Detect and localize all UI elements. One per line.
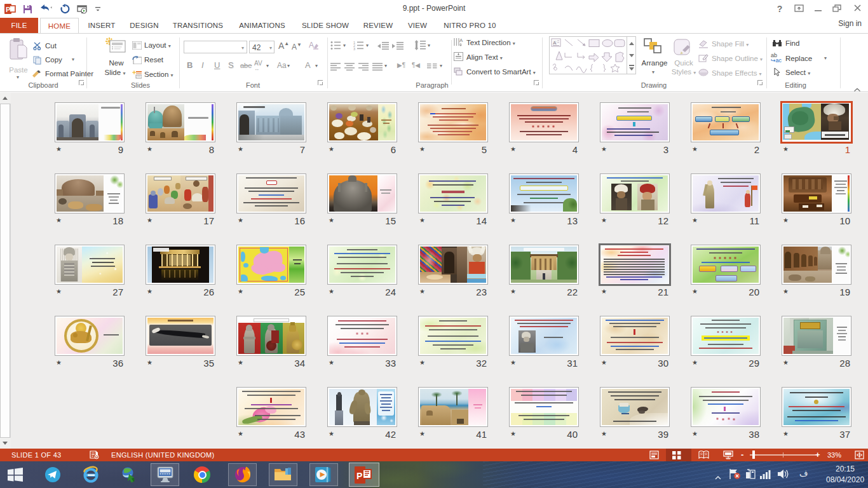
svg-text:3: 3 (353, 47, 355, 50)
svg-text:P: P (356, 471, 362, 481)
svg-text:A: A (309, 41, 314, 50)
svg-text:A: A (553, 40, 557, 46)
svg-text:A: A (459, 37, 463, 43)
